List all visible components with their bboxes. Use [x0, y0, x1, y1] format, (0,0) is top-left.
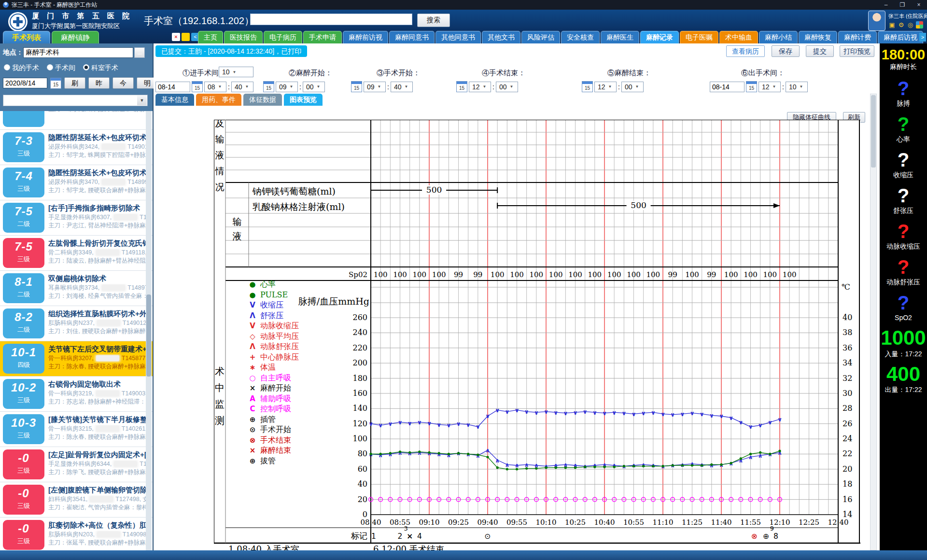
surgery-list-item[interactable]: -0三级肛瘘切除术+高位（复杂性）肛瘘挂线术肛肠科病房N203,T149098,…	[0, 518, 153, 550]
tab-麻醉医生[interactable]: 麻醉医生	[601, 31, 639, 43]
svg-text:100: 100	[646, 270, 660, 279]
surgery-list-item[interactable]: 10-3三级[膝关节镜]关节镜下半月板修整成形术+关骨一科病房3215,T140…	[0, 412, 153, 447]
svg-text:∨: ∨	[417, 419, 422, 426]
chart-scrollbar[interactable]	[870, 94, 877, 550]
tab-麻醉前访视[interactable]: 麻醉前访视	[343, 31, 388, 43]
tab-医技报告[interactable]: 医技报告	[224, 31, 263, 43]
tab-麻醉小结[interactable]: 麻醉小结	[759, 31, 798, 43]
tab-安全核查[interactable]: 安全核查	[561, 31, 600, 43]
location-input[interactable]	[23, 47, 133, 58]
tab-麻醉后访视[interactable]: 麻醉后访视	[878, 31, 923, 43]
subtab-体征数据[interactable]: 体征数据	[243, 94, 282, 106]
tab-术中输血[interactable]: 术中输血	[719, 31, 758, 43]
print-preview-button[interactable]: 打印预览	[840, 45, 874, 57]
minute-select-6[interactable]: 10▼	[786, 82, 808, 92]
svg-text:99: 99	[668, 270, 677, 279]
svg-text:V: V	[250, 322, 255, 330]
calendar-icon[interactable]: 15	[456, 81, 467, 92]
tab-电子病历[interactable]: 电子病历	[264, 31, 302, 43]
tab-麻醉同意书[interactable]: 麻醉同意书	[389, 31, 435, 43]
surgery-list-item[interactable]: 7-5三级左肱骨髁上骨折切开复位克氏针内固定术骨二科病房3349,T149118…	[0, 236, 153, 271]
minute-select-1[interactable]: 40▼	[231, 82, 253, 92]
tab-其他同意书[interactable]: 其他同意书	[435, 31, 481, 43]
calendar-icon[interactable]: 15	[50, 78, 61, 89]
minute-select-5[interactable]: 00▼	[621, 82, 644, 92]
calendar-icon[interactable]: 15	[192, 81, 203, 92]
hour-select-5[interactable]: 12▼	[594, 82, 617, 92]
room-level-badge: 8-1二级	[3, 273, 44, 303]
operating-room-select[interactable]: 10▼	[219, 67, 253, 77]
date-field-1[interactable]	[155, 82, 190, 92]
svg-text:36: 36	[843, 343, 852, 352]
vital-value-麻醉时长: 180:00	[880, 47, 927, 62]
surgery-list-item[interactable]: -0三级[左侧]腹腔镜下单侧输卵管切除术+[右侧]妇科病房3541,T12749…	[0, 482, 153, 518]
filter-dropdown[interactable]: ▼	[3, 95, 148, 106]
svg-text:∨: ∨	[436, 421, 441, 428]
date-field-6[interactable]	[710, 82, 744, 92]
calendar-icon[interactable]: 15	[746, 81, 757, 92]
subtab-图表预览[interactable]: 图表预览	[284, 94, 323, 106]
location-more-button[interactable]: ...	[134, 47, 145, 58]
radio-我的手术[interactable]: 我的手术	[4, 64, 39, 72]
tab-麻醉记录[interactable]: 麻醉记录	[640, 31, 679, 43]
maximize-button[interactable]: ❐	[894, 0, 911, 10]
coins-icon[interactable]: ◎	[907, 21, 914, 28]
hour-select-6[interactable]: 12▼	[758, 82, 781, 92]
tab-麻醉恢复[interactable]: 麻醉恢复	[799, 31, 837, 43]
subtab-用药、事件[interactable]: 用药、事件	[196, 94, 241, 106]
surgery-list-item[interactable]: 8-1二级双侧扁桃体切除术耳鼻喉科病房3734,T148976, 女, 26岁主…	[0, 271, 153, 306]
surgery-list-item[interactable]: 7-3三级隐匿性阴茎延长术+包皮环切术+嵌顿包茎泌尿外科病房3424,T1490…	[0, 130, 153, 165]
chart-icon[interactable]	[916, 21, 923, 28]
tab-麻醉计费[interactable]: 麻醉计费	[838, 31, 877, 43]
surgery-list-item[interactable]: 8-2二级组织选择性直肠粘膜环切术+外痔切除术肛肠科病房N237,T149012…	[0, 306, 153, 341]
vital-label-收缩压: 收缩压	[880, 171, 927, 180]
gear-icon[interactable]: ⚙	[898, 21, 905, 28]
submit-button[interactable]: 提交	[806, 45, 834, 57]
surgery-list-item[interactable]: 7-4三级隐匿性阴茎延长术+包皮环切术+显微镜下泌尿外科病房3470,T1489…	[0, 165, 153, 200]
surgery-list-item[interactable]: 三级泌尿外科病房3409,T149000, 男, 12岁主刀：邹宇龙, 蛛网膜下…	[0, 111, 153, 130]
save-button[interactable]: 保存	[772, 45, 800, 57]
date-input[interactable]	[3, 78, 47, 88]
close-tab-icon[interactable]: ×	[172, 33, 180, 41]
search-input[interactable]	[250, 14, 412, 25]
tab-其他文书[interactable]: 其他文书	[482, 31, 520, 43]
close-button[interactable]: ×	[911, 0, 927, 10]
minute-select-4[interactable]: 00▼	[496, 82, 518, 92]
sidebar-tab-1[interactable]: 麻醉镇静	[52, 31, 99, 44]
tab-电子医嘱[interactable]: 电子医嘱	[680, 31, 718, 43]
calendar-icon[interactable]: 15	[263, 81, 274, 92]
badge-icon[interactable]: ▣	[888, 21, 896, 28]
date-button-昨[interactable]: 昨	[88, 77, 110, 89]
tabs-overflow-arrow[interactable]: >	[919, 33, 926, 42]
hour-select-1[interactable]: 08▼	[204, 82, 226, 92]
minute-select-2[interactable]: 00▼	[303, 82, 325, 92]
surgery-list-item[interactable]: 10-2三级右锁骨内固定物取出术骨一科病房3219,T149003, 男, 38…	[0, 377, 153, 412]
sidebar-tab-0[interactable]: 手术列表	[3, 31, 50, 44]
date-button-今[interactable]: 今	[112, 77, 134, 89]
view-record-button[interactable]: 查看病历	[726, 45, 765, 57]
room-level-badge: 7-5三级	[3, 238, 44, 268]
search-button[interactable]: 搜索	[417, 14, 450, 27]
hour-select-2[interactable]: 09▼	[276, 82, 298, 92]
sidebar-scrollbar[interactable]	[146, 111, 152, 550]
surgery-list-item[interactable]: -0三级[左足]趾骨骨折复位内固定术+[左足]清创手足显微外科病房6344,T1…	[0, 447, 153, 482]
hour-select-3[interactable]: 09▼	[364, 82, 386, 92]
tab-风险评估[interactable]: 风险评估	[521, 31, 560, 43]
radio-手术间[interactable]: 手术间	[47, 64, 75, 72]
tab-手术申请[interactable]: 手术申请	[303, 31, 342, 43]
hour-select-4[interactable]: 12▼	[469, 82, 491, 92]
surgery-list-item[interactable]: 10-1四级关节镜下左后交叉韧带重建术+[左膝关节]骨一科病房3207,T145…	[0, 341, 153, 377]
user-avatar[interactable]	[868, 11, 885, 31]
yellow-marker-icon[interactable]	[182, 33, 190, 41]
minute-select-3[interactable]: 40▼	[391, 82, 413, 92]
tab-主页[interactable]: 主页	[198, 31, 223, 43]
calendar-icon[interactable]: 15	[582, 81, 593, 92]
app-icon	[3, 2, 9, 8]
minimize-button[interactable]: –	[878, 0, 894, 10]
date-button-刷[interactable]: 刷	[64, 77, 85, 89]
svg-text:∨: ∨	[632, 411, 636, 418]
subtab-基本信息[interactable]: 基本信息	[155, 94, 194, 106]
calendar-icon[interactable]: 15	[351, 81, 362, 92]
surgery-list-item[interactable]: 7-5二级[右手]手拇指多指畸形切除术手足显微外科病房6307,T149046,…	[0, 200, 153, 236]
radio-科室手术[interactable]: 科室手术	[83, 64, 118, 72]
